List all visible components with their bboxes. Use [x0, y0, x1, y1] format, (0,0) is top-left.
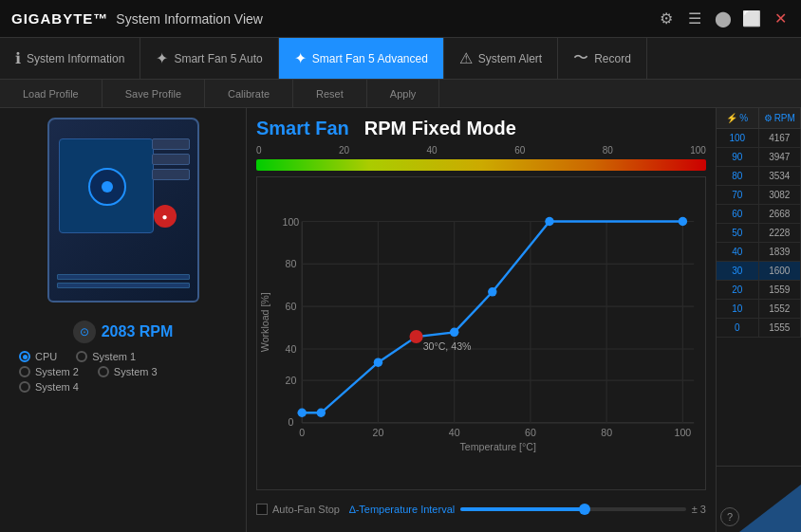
- temp-interval-slider-track[interactable]: [460, 507, 686, 511]
- fan-label-system4: System 4: [35, 381, 79, 393]
- rpm-cell-pct: 90: [717, 148, 759, 166]
- rpm-table-row[interactable]: 201559: [717, 281, 801, 300]
- nav-smart-fan-5-auto[interactable]: ✦ Smart Fan 5 Auto: [140, 38, 278, 79]
- chart-title-smart: Smart Fan: [256, 118, 349, 139]
- fan-curve-chart[interactable]: 0 20 40 60 80 100 0 20 40 60 80 100 Temp…: [256, 176, 706, 490]
- svg-text:40: 40: [285, 343, 296, 355]
- rpm-table-row[interactable]: 1004167: [717, 129, 801, 148]
- close-icon[interactable]: ✕: [771, 9, 790, 28]
- temp-interval-label: ∆-Temperature Interval: [349, 504, 455, 515]
- calibrate-btn[interactable]: Calibrate: [205, 80, 293, 107]
- rpm-cell-val: 3534: [759, 167, 802, 185]
- nav-system-alert[interactable]: ⚠ System Alert: [444, 38, 558, 79]
- fan-row-3: System 4: [19, 381, 236, 393]
- rpm-rows-container: 1004167903947803534703082602668502228401…: [717, 129, 801, 338]
- fan-option-system4[interactable]: System 4: [19, 381, 79, 393]
- slider-thumb[interactable]: [579, 504, 590, 515]
- fan-radio-system3: [98, 366, 109, 377]
- svg-text:40: 40: [449, 427, 460, 438]
- temp-bar-labels: 020406080100: [256, 145, 706, 156]
- rpm-table-row[interactable]: 803534: [717, 167, 801, 186]
- svg-point-31: [545, 217, 553, 226]
- nav-smart-fan-5-advanced[interactable]: ✦ Smart Fan 5 Advanced: [279, 38, 444, 79]
- nav-system-information[interactable]: ℹ System Information: [0, 38, 140, 79]
- svg-point-33: [409, 330, 422, 343]
- rpm-table-row[interactable]: 01555: [717, 319, 801, 338]
- rpm-table-row[interactable]: 101552: [717, 300, 801, 319]
- help-button[interactable]: ?: [720, 507, 739, 526]
- nav-record[interactable]: 〜 Record: [558, 38, 647, 79]
- svg-text:0: 0: [288, 416, 293, 428]
- fan-option-system1[interactable]: System 1: [76, 351, 136, 362]
- temperature-color-bar: [256, 159, 706, 171]
- fan-option-system2[interactable]: System 2: [19, 366, 79, 377]
- fan-radio-cpu: [19, 351, 30, 362]
- menu-icon[interactable]: ☰: [685, 9, 704, 28]
- fan-radio-system2: [19, 366, 30, 377]
- rpm-cell-pct: 70: [717, 186, 759, 204]
- svg-point-27: [317, 409, 326, 417]
- settings-icon[interactable]: ⚙: [657, 9, 676, 28]
- rpm-table-row[interactable]: 903947: [717, 148, 801, 167]
- rpm-table: ⚡% ⚙RPM 10041679039478035347030826026685…: [717, 108, 801, 466]
- svg-text:80: 80: [285, 258, 296, 269]
- rpm-table-row[interactable]: 602668: [717, 205, 801, 224]
- svg-text:Workload [%]: Workload [%]: [259, 292, 270, 352]
- auto-fan-stop-checkbox[interactable]: [256, 504, 268, 515]
- right-panel: ⚡% ⚙RPM 10041679039478035347030826026685…: [716, 108, 801, 532]
- help-area: ?: [717, 466, 801, 532]
- rpm-col-rpm-label: RPM: [774, 113, 795, 123]
- rpm-cell-val: 4167: [759, 129, 802, 147]
- fan-row-1: CPU System 1: [19, 351, 236, 362]
- rpm-display: ⊙ 2083 RPM: [73, 321, 174, 343]
- auto-fan-stop-label: Auto-Fan Stop: [272, 504, 340, 515]
- fan-option-cpu[interactable]: CPU: [19, 351, 57, 362]
- rpm-cell-pct: 50: [717, 224, 759, 242]
- save-profile-btn[interactable]: Save Profile: [102, 80, 205, 107]
- minimize-icon[interactable]: ⬤: [714, 9, 733, 28]
- info-icon: ℹ: [15, 49, 21, 67]
- rpm-table-header: ⚡% ⚙RPM: [717, 108, 801, 129]
- reset-btn[interactable]: Reset: [293, 80, 367, 107]
- svg-marker-35: [739, 485, 801, 532]
- load-profile-btn[interactable]: Load Profile: [0, 80, 102, 107]
- svg-point-28: [374, 358, 382, 366]
- rpm-table-row[interactable]: 301600: [717, 262, 801, 281]
- rpm-cell-pct: 100: [717, 129, 759, 147]
- nav-label-smart-fan-advanced: Smart Fan 5 Advanced: [312, 52, 428, 65]
- svg-text:Temperature [°C]: Temperature [°C]: [460, 441, 536, 452]
- svg-text:0: 0: [299, 427, 305, 438]
- fan-advanced-icon: ✦: [294, 49, 307, 67]
- fan-list: CPU System 1 System 2 System 3: [9, 351, 236, 393]
- rpm-cell-pct: 0: [717, 319, 759, 337]
- window-controls: ⚙ ☰ ⬤ ⬜ ✕: [657, 9, 790, 28]
- rpm-cell-pct: 60: [717, 205, 759, 223]
- rpm-cell-val: 3947: [759, 148, 802, 166]
- svg-text:20: 20: [285, 375, 296, 386]
- rpm-cell-val: 1552: [759, 300, 802, 318]
- nav-label-record: Record: [594, 52, 631, 65]
- rpm-col-pct-label: %: [739, 113, 748, 123]
- rpm-table-row[interactable]: 401839: [717, 243, 801, 262]
- svg-text:60: 60: [285, 301, 296, 312]
- apply-btn[interactable]: Apply: [367, 80, 440, 107]
- rpm-cell-val: 2668: [759, 205, 802, 223]
- slider-value-label: ± 3: [692, 504, 706, 515]
- rpm-table-row[interactable]: 703082: [717, 186, 801, 205]
- fan-label-system3: System 3: [114, 366, 158, 377]
- chart-title-mode: RPM Fixed Mode: [364, 118, 516, 139]
- fan-row-2: System 2 System 3: [19, 366, 236, 377]
- fan-alert-badge: ●: [154, 205, 177, 228]
- help-chart-svg: [739, 475, 801, 532]
- nav-label-system-info: System Information: [27, 52, 124, 65]
- toolbar: Load Profile Save Profile Calibrate Rese…: [0, 80, 801, 108]
- svg-point-26: [297, 409, 306, 417]
- brand-name: GIGABYTE™: [11, 10, 108, 27]
- rpm-table-row[interactable]: 502228: [717, 224, 801, 243]
- chart-title: Smart Fan RPM Fixed Mode: [256, 118, 706, 139]
- rpm-cell-val: 1600: [759, 262, 802, 280]
- app-title: System Information View: [116, 11, 263, 27]
- fan-option-system3[interactable]: System 3: [98, 366, 158, 377]
- maximize-icon[interactable]: ⬜: [742, 9, 761, 28]
- slider-fill: [460, 507, 585, 511]
